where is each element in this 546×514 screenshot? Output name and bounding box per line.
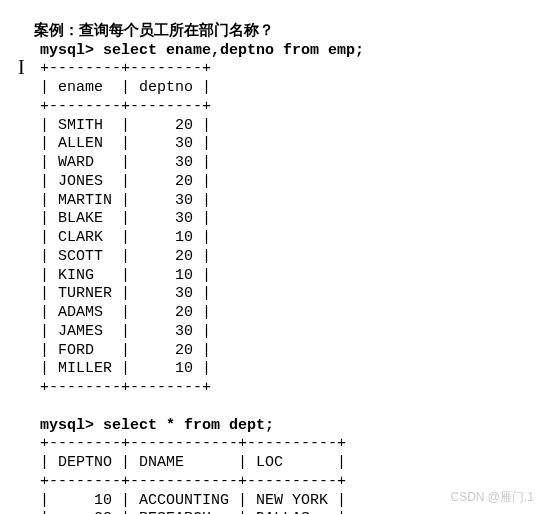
sql-query-2: select * from dept; — [94, 417, 274, 434]
table-row: | BLAKE | 30 | — [40, 210, 211, 227]
table-border: +--------+--------+ — [40, 379, 211, 396]
table-row: | MILLER | 10 | — [40, 360, 211, 377]
table-row: | SCOTT | 20 | — [40, 248, 211, 265]
table-border: +--------+--------+ — [40, 60, 211, 77]
sql-query-1: select ename,deptno from emp; — [94, 42, 364, 59]
table-row: | WARD | 30 | — [40, 154, 211, 171]
table-border: +--------+--------+ — [40, 98, 211, 115]
table-row: | 10 | ACCOUNTING | NEW YORK | — [40, 492, 346, 509]
table-row: | CLARK | 10 | — [40, 229, 211, 246]
table-border: +--------+------------+----------+ — [40, 473, 346, 490]
case-title: 案例：查询每个员工所在部门名称？ — [34, 21, 274, 38]
table-row: | JONES | 20 | — [40, 173, 211, 190]
table-row: | TURNER | 30 | — [40, 285, 211, 302]
table-header: | ename | deptno | — [40, 79, 211, 96]
table-row: | ADAMS | 20 | — [40, 304, 211, 321]
text-cursor-icon: I — [18, 56, 25, 79]
mysql-prompt: mysql> — [40, 42, 94, 59]
table-row: | ALLEN | 30 | — [40, 135, 211, 152]
table-row: | KING | 10 | — [40, 267, 211, 284]
terminal-output: 案例：查询每个员工所在部门名称？ mysql> select ename,dep… — [0, 0, 546, 514]
table-row: | MARTIN | 30 | — [40, 192, 211, 209]
table-header: | DEPTNO | DNAME | LOC | — [40, 454, 346, 471]
mysql-prompt: mysql> — [40, 417, 94, 434]
watermark-text: CSDN @雁门.1 — [450, 489, 534, 506]
table-row: | SMITH | 20 | — [40, 117, 211, 134]
table-row: | 20 | RESEARCH | DALLAS | — [40, 510, 346, 514]
table-row: | FORD | 20 | — [40, 342, 211, 359]
table-row: | JAMES | 30 | — [40, 323, 211, 340]
table-border: +--------+------------+----------+ — [40, 435, 346, 452]
